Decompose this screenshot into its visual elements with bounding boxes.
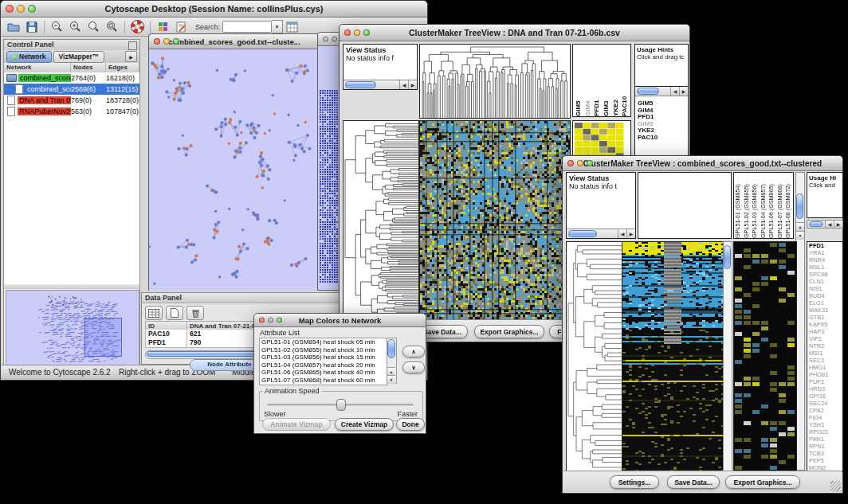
network-list-row[interactable]: DNA and Tran 07769(0)183728(0)	[4, 95, 139, 106]
column-header-network[interactable]: Network	[4, 63, 71, 72]
zoom-fit-button[interactable]	[103, 19, 121, 35]
close-button[interactable]	[259, 318, 265, 323]
attribute-item[interactable]: GPL51-07 (GSM868) heat shock 60 min	[260, 377, 387, 385]
vizmapper-button[interactable]	[154, 19, 172, 35]
array-dendrogram-panel[interactable]	[638, 172, 732, 239]
minimize-button[interactable]	[268, 318, 273, 323]
done-button[interactable]: Done	[396, 418, 425, 431]
float-panel-icon[interactable]	[128, 41, 137, 50]
zoom-button[interactable]	[173, 38, 179, 45]
array-dendrogram-canvas[interactable]	[419, 44, 571, 119]
help-button[interactable]	[128, 19, 147, 35]
animate-vizmap-button[interactable]: Animate Vizmap	[262, 418, 331, 431]
heatmap-vscrollbar[interactable]	[723, 241, 732, 472]
scroll-up-button[interactable]: ▲	[796, 222, 804, 231]
zoom-heatmap-canvas[interactable]	[575, 123, 624, 159]
tab-overflow-button[interactable]: ▶	[125, 51, 137, 62]
zoom-button[interactable]	[28, 5, 36, 13]
scrollbar-thumb[interactable]	[809, 221, 823, 227]
scroll-right-button[interactable]: ▶	[679, 87, 688, 96]
scroll-right-button[interactable]: ▶	[408, 80, 417, 89]
hscrollbar[interactable]: ◀ ▶	[807, 220, 843, 229]
settings-button[interactable]: Settings...	[610, 475, 659, 489]
import-table-button[interactable]	[283, 19, 301, 35]
scrollbar-thumb[interactable]	[796, 193, 803, 219]
panel-splitter[interactable]	[4, 284, 139, 289]
move-up-button[interactable]: ∧	[402, 346, 425, 357]
new-attribute-button[interactable]	[166, 306, 183, 320]
network-list-row[interactable]: RNAPuberNov2+I563(0)107847(0)	[4, 106, 139, 117]
attribute-item[interactable]: GPL51-02 (GSM855) heat shock 10 min	[260, 346, 387, 354]
close-button[interactable]	[323, 37, 328, 42]
tab-network[interactable]: Network	[6, 51, 52, 63]
hscrollbar[interactable]: ◀ ▶	[344, 80, 417, 89]
network-graph-canvas[interactable]	[149, 49, 320, 291]
zoom-button[interactable]	[277, 318, 282, 323]
search-input[interactable]	[222, 21, 272, 33]
zoom-out-button[interactable]	[48, 19, 66, 35]
scrollbar-thumb[interactable]	[568, 230, 597, 237]
close-button[interactable]	[344, 29, 351, 36]
hscrollbar[interactable]: ◀ ▶	[635, 87, 688, 96]
network-view-titlebar[interactable]: combined_scores_good.txt--cluste...	[149, 34, 320, 49]
export-graphics-button[interactable]: Export Graphics...	[474, 325, 544, 338]
minimize-button[interactable]	[577, 160, 583, 166]
delete-attribute-button[interactable]	[186, 306, 204, 320]
close-button[interactable]	[6, 5, 14, 13]
select-attributes-button[interactable]	[145, 306, 163, 320]
minimize-button[interactable]	[163, 38, 170, 45]
column-header-nodes[interactable]: Nodes	[71, 63, 106, 72]
save-session-button[interactable]	[22, 19, 41, 35]
resize-grip[interactable]	[830, 481, 841, 491]
scroll-left-button[interactable]: ◀	[825, 221, 834, 228]
global-heatmap-canvas[interactable]	[622, 241, 724, 472]
scrollbar-thumb[interactable]	[387, 339, 395, 358]
save-data-button[interactable]: Save Data...	[667, 475, 720, 489]
minimize-button[interactable]	[332, 37, 337, 42]
gene-dendrogram-canvas[interactable]	[566, 241, 622, 472]
create-vizmap-button[interactable]: Create Vizmap	[335, 418, 394, 431]
network-overview-canvas[interactable]	[6, 290, 139, 366]
minimize-button[interactable]	[17, 5, 25, 13]
tab-vizmapper[interactable]: VizMapper™	[53, 51, 105, 63]
export-graphics-button[interactable]: Export Graphics...	[725, 475, 800, 489]
network-list-row[interactable]: combined_scores2764(0)16218(0)	[4, 72, 139, 84]
network-list-row[interactable]: combined_sco2569(6)13112(15)	[4, 84, 139, 95]
scrollbar-thumb[interactable]	[724, 245, 731, 269]
zoom-button[interactable]	[363, 29, 370, 36]
minimize-button[interactable]	[354, 29, 360, 36]
scrollbar-thumb[interactable]	[345, 81, 376, 88]
scroll-right-button[interactable]: ▶	[626, 229, 635, 238]
close-button[interactable]	[154, 38, 160, 45]
main-titlebar[interactable]: Cytoscape Desktop (Session Name: collins…	[1, 1, 427, 18]
scroll-down-button[interactable]: ▼	[796, 231, 804, 240]
column-header-edges[interactable]: Edges	[106, 63, 139, 72]
list-vscrollbar[interactable]: ▲ ▼	[387, 338, 397, 384]
dialog-titlebar[interactable]: Map Colors to Network	[254, 314, 426, 327]
scroll-left-button[interactable]: ◀	[670, 87, 679, 96]
scroll-down-button[interactable]: ▼	[387, 375, 395, 384]
scroll-left-button[interactable]: ◀	[399, 80, 408, 89]
scrollbar-thumb[interactable]	[637, 88, 659, 95]
zoom-selected-button[interactable]	[84, 19, 103, 35]
attribute-item[interactable]: GPL51-03 (GSM856) heat shock 15 min	[260, 354, 387, 361]
annotation-button[interactable]	[172, 19, 190, 35]
open-session-button[interactable]	[4, 19, 22, 35]
treeview1-titlebar[interactable]: ClusterMaker TreeView : DNA and Tran 07-…	[340, 25, 689, 41]
treeview2-titlebar[interactable]: ClusterMaker TreeView : combined_scores_…	[563, 156, 842, 171]
close-button[interactable]	[567, 160, 574, 166]
zoom-button[interactable]	[587, 160, 593, 166]
zoom-in-button[interactable]	[66, 19, 84, 35]
speed-slider-thumb[interactable]	[336, 399, 346, 411]
zoom-heatmap-canvas[interactable]	[733, 241, 797, 472]
scroll-right-button[interactable]: ▶	[834, 221, 842, 228]
search-dropdown-button[interactable]: ▼	[272, 20, 283, 33]
move-down-button[interactable]: ∨	[402, 361, 425, 373]
attribute-item[interactable]: GPL51-01 (GSM854) heat shock 05 min	[260, 338, 387, 346]
gene-dendrogram-canvas[interactable]	[343, 120, 419, 321]
hscrollbar[interactable]: ◀ ▶	[567, 229, 635, 238]
attribute-item[interactable]: GPL51-06 (GSM865) heat shock 40 min	[260, 369, 387, 377]
global-heatmap-canvas[interactable]	[419, 120, 571, 321]
scroll-left-button[interactable]: ◀	[618, 229, 626, 238]
attribute-item[interactable]: GPL51-04 (GSM857) heat shock 20 min	[260, 361, 387, 369]
